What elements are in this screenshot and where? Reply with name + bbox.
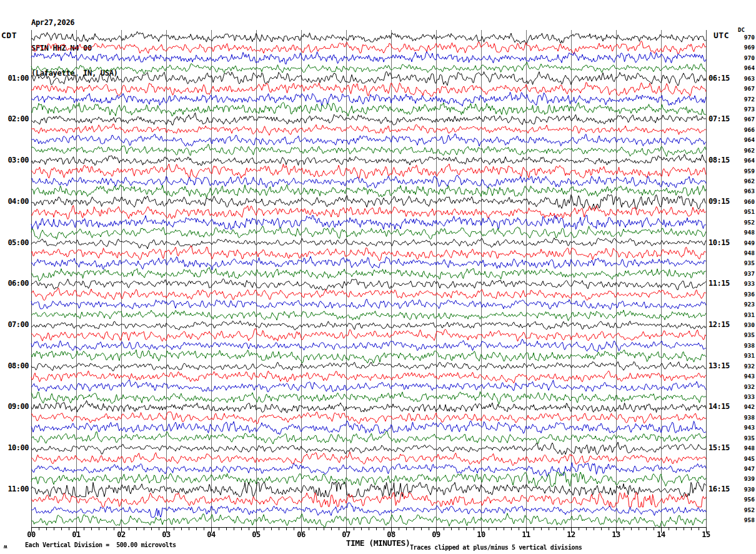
dc-value: 963 (736, 75, 755, 83)
corner-glyph: ʍ (4, 543, 7, 550)
dc-value: 948 (736, 249, 755, 257)
x-tick-label: 05 (248, 530, 264, 539)
x-tick-label: 02 (113, 530, 129, 539)
dc-value: 966 (736, 126, 755, 134)
dc-value: 947 (736, 465, 755, 473)
utc-hour-label: 08:15 (709, 156, 730, 165)
cdt-hour-label: 08:00 (0, 361, 29, 371)
dc-value: 956 (736, 496, 755, 503)
dc-value: 930 (736, 486, 755, 493)
dc-value: 932 (736, 383, 755, 391)
left-timezone-label: CDT (1, 31, 17, 40)
dc-value: 958 (736, 516, 755, 524)
dc-value: 970 (736, 54, 755, 62)
dc-value: 931 (736, 352, 755, 360)
utc-hour-label: 11:15 (709, 279, 730, 288)
dc-value: 962 (736, 178, 755, 185)
dc-value: 948 (736, 445, 755, 452)
dc-value: 938 (736, 342, 755, 350)
x-tick-label: 08 (383, 530, 399, 539)
x-tick-label: 12 (563, 530, 579, 539)
dc-value: 936 (736, 291, 755, 298)
x-tick-label: 01 (68, 530, 84, 539)
dc-value: 967 (736, 85, 755, 93)
seismogram-canvas (31, 29, 707, 536)
cdt-hour-label: 07:00 (0, 320, 29, 330)
dc-value: 960 (736, 198, 755, 206)
right-timezone-label: UTC (714, 31, 729, 40)
dc-value: 930 (736, 321, 755, 329)
dc-value: 964 (736, 64, 755, 72)
dc-value: 937 (736, 270, 755, 278)
dc-value: 948 (736, 229, 755, 236)
cdt-hour-label: 05:00 (0, 238, 29, 248)
dc-value: 945 (736, 455, 755, 463)
dc-value: 949 (736, 239, 755, 247)
x-tick-label: 03 (158, 530, 174, 539)
x-tick-label: 09 (428, 530, 444, 539)
dc-value: 933 (736, 280, 755, 288)
dc-value: 964 (736, 136, 755, 144)
dc-value: 952 (736, 219, 755, 226)
utc-hour-label: 06:15 (709, 74, 730, 83)
x-tick-label: 10 (473, 530, 489, 539)
dc-value: 952 (736, 506, 755, 514)
dc-value: 932 (736, 363, 755, 370)
dc-value: 931 (736, 311, 755, 319)
x-tick-label: 13 (608, 530, 624, 539)
utc-hour-label: 07:15 (709, 114, 730, 124)
x-tick-label: 07 (338, 530, 354, 539)
clip-note: Traces clipped at plus/minus 5 vertical … (410, 544, 582, 551)
utc-hour-label: 16:15 (709, 485, 730, 494)
cdt-hour-label: 10:00 (0, 443, 29, 453)
helicorder-page: Apr27,2026 SFIN HHZ N4 00 (Lafayette, IN… (0, 0, 756, 554)
dc-value: 963 (736, 188, 755, 195)
dc-value: 973 (736, 106, 755, 113)
cdt-hour-label: 02:00 (0, 114, 29, 124)
utc-hour-label: 15:15 (709, 443, 730, 453)
dc-value: 967 (736, 116, 755, 123)
dc-value: 964 (736, 157, 755, 164)
dc-value: 942 (736, 403, 755, 411)
cdt-hour-label: 11:00 (0, 485, 29, 494)
dc-value: 959 (736, 168, 755, 175)
cdt-hour-label: 03:00 (0, 156, 29, 165)
dc-column-label: DC (738, 27, 745, 33)
utc-hour-label: 10:15 (709, 238, 730, 248)
dc-value: 969 (736, 44, 755, 51)
x-tick-label: 04 (203, 530, 219, 539)
utc-hour-label: 12:15 (709, 320, 730, 330)
header-date: Apr27,2026 (31, 19, 118, 28)
utc-hour-label: 14:15 (709, 402, 730, 411)
dc-value: 972 (736, 96, 755, 103)
dc-value: 935 (736, 435, 755, 442)
x-tick-label: 00 (23, 530, 39, 539)
cdt-hour-label: 04:00 (0, 197, 29, 206)
dc-value: 923 (736, 301, 755, 308)
x-tick-label: 11 (518, 530, 534, 539)
cdt-hour-label: 06:00 (0, 279, 29, 288)
dc-value: 970 (736, 34, 755, 41)
dc-value: 935 (736, 259, 755, 267)
dc-value: 943 (736, 373, 755, 380)
cdt-hour-label: 09:00 (0, 402, 29, 411)
scale-note: Each Vertical Division = 500.00 microvol… (25, 541, 176, 548)
x-tick-label: 15 (698, 530, 714, 539)
dc-value: 933 (736, 393, 755, 401)
dc-value: 943 (736, 424, 755, 431)
dc-value: 935 (736, 331, 755, 339)
utc-hour-label: 13:15 (709, 361, 730, 371)
dc-value: 962 (736, 147, 755, 154)
x-tick-label: 14 (653, 530, 669, 539)
dc-value: 938 (736, 414, 755, 421)
dc-value: 951 (736, 208, 755, 216)
cdt-hour-label: 01:00 (0, 74, 29, 83)
utc-hour-label: 09:15 (709, 197, 730, 206)
dc-value: 939 (736, 475, 755, 483)
x-tick-label: 06 (293, 530, 309, 539)
